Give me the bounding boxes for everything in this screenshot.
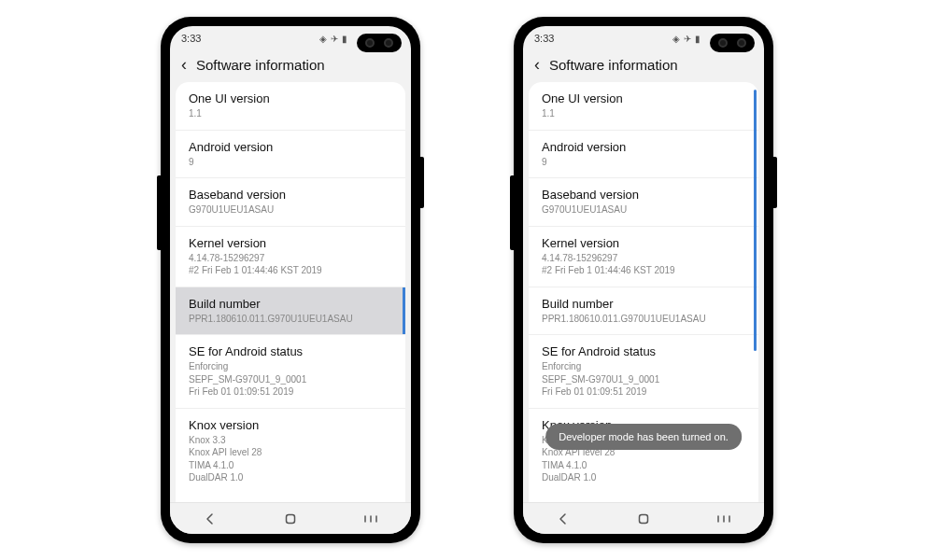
item-se-android-status[interactable]: SE for Android status Enforcing SEPF_SM-… [529, 335, 758, 409]
page-title: Software information [196, 57, 325, 73]
item-value: Enforcing SEPF_SM-G970U1_9_0001 Fri Feb … [189, 360, 392, 399]
item-title: SE for Android status [189, 344, 392, 358]
item-build-number[interactable]: Build number PPR1.180610.011.G970U1UEU1A… [529, 287, 758, 336]
item-title: Kernel version [542, 236, 745, 250]
scrollbar-thumb[interactable] [754, 90, 757, 351]
item-title: Baseband version [189, 188, 392, 202]
airplane-icon: ✈ [684, 34, 691, 44]
item-value: G970U1UEU1ASAU [542, 203, 745, 217]
item-title: One UI version [189, 91, 392, 105]
item-title: Build number [189, 297, 392, 311]
item-baseband-version[interactable]: Baseband version G970U1UEU1ASAU [176, 178, 405, 227]
screen: 3:33 ◈ ✈ ▮ ‹ Software information One UI… [523, 26, 764, 534]
toast-text: Developer mode has been turned on. [559, 431, 729, 442]
clock: 3:33 [534, 33, 554, 44]
svg-rect-0 [287, 514, 295, 523]
status-icons: ◈ ✈ ▮ [672, 34, 700, 44]
item-value: 1.1 [542, 107, 745, 120]
item-value: 9 [542, 156, 745, 169]
item-title: Knox version [189, 418, 392, 432]
nav-recents-button[interactable] [705, 509, 743, 529]
item-android-version[interactable]: Android version 9 [176, 131, 405, 179]
settings-list[interactable]: One UI version 1.1 Android version 9 Bas… [176, 82, 405, 502]
camera-cutout [357, 34, 402, 52]
status-icons: ◈ ✈ ▮ [319, 34, 347, 44]
item-title: Baseband version [542, 188, 745, 202]
item-kernel-version[interactable]: Kernel version 4.14.78-15296297 #2 Fri F… [529, 227, 758, 287]
item-kernel-version[interactable]: Kernel version 4.14.78-15296297 #2 Fri F… [176, 227, 405, 287]
toast-developer-mode: Developer mode has been turned on. [545, 424, 742, 450]
nav-recents-button[interactable] [352, 509, 389, 529]
screen: 3:33 ◈ ✈ ▮ ‹ Software information One UI… [170, 26, 411, 534]
item-one-ui-version[interactable]: One UI version 1.1 [529, 82, 758, 131]
item-title: Kernel version [189, 236, 392, 250]
item-value: PPR1.180610.011.G970U1UEU1ASAU [542, 313, 745, 326]
wifi-icon: ◈ [672, 34, 680, 44]
item-title: Build number [542, 297, 745, 311]
item-knox-version[interactable]: Knox version Knox 3.3 Knox API level 28 … [176, 409, 405, 494]
item-value: G970U1UEU1ASAU [189, 203, 392, 217]
item-value: Knox 3.3 Knox API level 28 TIMA 4.1.0 Du… [189, 434, 392, 484]
back-icon[interactable]: ‹ [181, 56, 187, 73]
nav-back-button[interactable] [191, 509, 229, 529]
item-baseband-version[interactable]: Baseband version G970U1UEU1ASAU [529, 178, 758, 227]
wifi-icon: ◈ [319, 34, 327, 44]
nav-back-button[interactable] [545, 509, 582, 529]
app-header: ‹ Software information [523, 50, 764, 82]
nav-home-button[interactable] [625, 509, 662, 529]
item-title: Android version [542, 140, 745, 154]
camera-cutout [710, 34, 755, 52]
item-knox-version[interactable]: Knox version Knox 3.3 Knox API level 28 … [529, 409, 758, 494]
item-value: 1.1 [189, 107, 392, 120]
svg-rect-4 [640, 514, 648, 523]
phone-right: 3:33 ◈ ✈ ▮ ‹ Software information One UI… [514, 17, 773, 543]
item-value: 4.14.78-15296297 #2 Fri Feb 1 01:44:46 K… [542, 252, 745, 277]
battery-icon: ▮ [342, 34, 347, 44]
item-title: One UI version [542, 91, 745, 105]
nav-home-button[interactable] [272, 509, 309, 529]
item-se-android-status[interactable]: SE for Android status Enforcing SEPF_SM-… [176, 335, 405, 409]
item-build-number[interactable]: Build number PPR1.180610.011.G970U1UEU1A… [176, 287, 405, 336]
item-one-ui-version[interactable]: One UI version 1.1 [176, 82, 405, 131]
navigation-bar [523, 502, 764, 534]
item-value: Enforcing SEPF_SM-G970U1_9_0001 Fri Feb … [542, 360, 745, 399]
page-title: Software information [549, 57, 678, 73]
item-value: 4.14.78-15296297 #2 Fri Feb 1 01:44:46 K… [189, 252, 392, 277]
clock: 3:33 [181, 33, 201, 44]
back-icon[interactable]: ‹ [534, 56, 540, 73]
item-value: 9 [189, 156, 392, 169]
item-title: Android version [189, 140, 392, 154]
battery-icon: ▮ [695, 34, 700, 44]
item-title: SE for Android status [542, 344, 745, 358]
airplane-icon: ✈ [331, 34, 338, 44]
phone-left: 3:33 ◈ ✈ ▮ ‹ Software information One UI… [161, 17, 420, 543]
app-header: ‹ Software information [170, 50, 411, 82]
item-android-version[interactable]: Android version 9 [529, 131, 758, 179]
navigation-bar [170, 502, 411, 534]
item-value: PPR1.180610.011.G970U1UEU1ASAU [189, 313, 392, 326]
